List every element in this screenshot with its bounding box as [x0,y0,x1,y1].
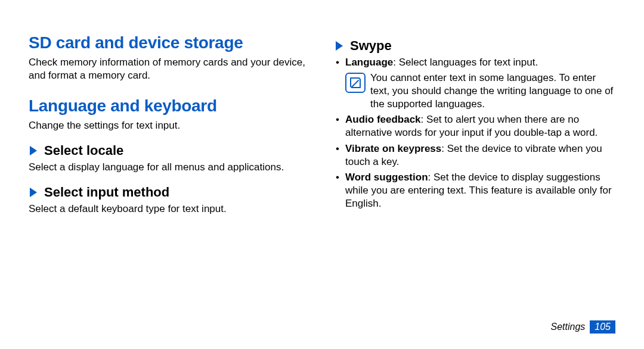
language-keyboard-body: Change the settings for text input. [29,119,309,132]
note-text: You cannot enter text in some languages.… [370,71,615,111]
bullet-vibrate-label: Vibrate on keypress [345,143,441,154]
select-locale-label: Select locale [44,143,123,158]
bullet-language-text: : Select languages for text input. [393,57,538,68]
bullet-language: Language: Select languages for text inpu… [335,56,615,69]
select-input-method-body: Select a default keyboard type for text … [29,202,309,216]
bullet-vibrate: Vibrate on keypress: Set the device to v… [335,142,615,169]
chevron-icon [29,186,38,198]
bullet-language-label: Language [345,57,393,68]
chevron-icon [335,40,344,52]
select-locale-body: Select a display language for all menus … [29,161,309,174]
select-input-method-label: Select input method [44,185,169,200]
page-footer: Settings 105 [550,320,615,334]
chevron-icon [29,145,38,157]
language-keyboard-heading: Language and keyboard [29,96,309,116]
sd-card-heading: SD card and device storage [29,33,309,52]
select-input-method-subheading: Select input method [29,185,309,200]
bullet-word-suggestion: Word suggestion: Set the device to displ… [335,171,615,210]
page-number: 105 [590,320,615,334]
bullet-audio-feedback: Audio feedback: Set to alert you when th… [335,113,615,139]
footer-section-label: Settings [550,322,585,332]
bullet-audio-feedback-label: Audio feedback [345,114,421,125]
swype-label: Swype [350,38,392,54]
bullet-word-suggestion-label: Word suggestion [345,172,428,183]
swype-subheading: Swype [335,38,615,54]
select-locale-subheading: Select locale [29,143,309,158]
note-block: You cannot enter text in some languages.… [345,71,615,111]
note-icon [345,73,366,93]
sd-card-body: Check memory information of memory cards… [29,56,309,82]
